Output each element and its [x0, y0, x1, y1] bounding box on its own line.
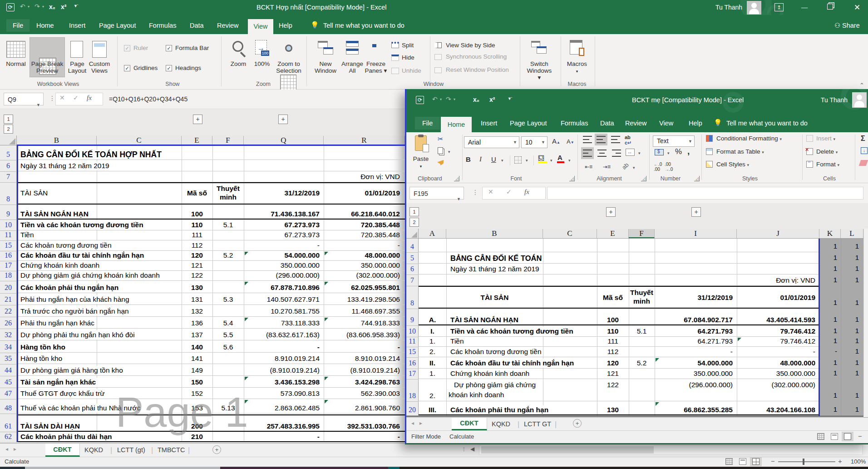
- w2-cell-K9[interactable]: 1: [819, 315, 837, 323]
- w1-outline-level-1[interactable]: 1: [4, 115, 13, 124]
- w1-cell-E45[interactable]: 150: [182, 378, 212, 387]
- w1-row-number[interactable]: 11: [0, 231, 16, 239]
- w1-col-header-Q[interactable]: Q: [244, 136, 324, 145]
- w2-cell-A17[interactable]: 1.: [419, 369, 446, 378]
- number-format-combo[interactable]: Text▼: [653, 135, 695, 147]
- w1-outline-collapse-1[interactable]: +: [193, 115, 202, 124]
- w1-cell-B35[interactable]: Hàng tồn kho: [19, 354, 64, 363]
- w2-cell-E15[interactable]: 112: [597, 347, 629, 356]
- w1-col-header-F[interactable]: F: [212, 136, 244, 145]
- w2-cell-I15[interactable]: -: [656, 347, 734, 356]
- decrease-decimal-icon[interactable]: .00→.0: [665, 162, 673, 172]
- w1-cell-B34[interactable]: Hàng tồn kho: [19, 343, 67, 352]
- w1-cell-Q10[interactable]: 67.273.973: [245, 220, 321, 230]
- w2-cell-I8[interactable]: 31/12/2019: [656, 293, 734, 302]
- w2-col-header-F[interactable]: F: [629, 229, 655, 238]
- w1-cell-Q26[interactable]: 733.118.333: [245, 319, 321, 328]
- qat-customize-icon[interactable]: ▼̄: [74, 4, 78, 8]
- headings-checkbox[interactable]: ✓: [166, 65, 172, 71]
- w2-cell-A10[interactable]: I.: [419, 327, 446, 336]
- save-icon[interactable]: ⟳: [6, 3, 15, 11]
- w1-cell-E21[interactable]: 131: [182, 295, 212, 304]
- arrange-all-button[interactable]: ArrangeAll: [340, 60, 365, 74]
- w2-cell-L5[interactable]: 1: [841, 254, 859, 261]
- w1-cell-Q20[interactable]: 67.878.710.896: [245, 283, 321, 292]
- w1-cell-Q22[interactable]: 10.270.581.755: [245, 307, 321, 316]
- w2-cell-L17[interactable]: 1: [841, 369, 859, 377]
- w1-row-number[interactable]: 44: [0, 366, 16, 374]
- w1-view-normal-icon[interactable]: [725, 458, 733, 465]
- w2-cell-E18[interactable]: 122: [597, 380, 629, 389]
- w2-cell-K5[interactable]: 1: [819, 254, 837, 261]
- w2-cell-K4[interactable]: 1: [819, 242, 837, 250]
- w2-row-number[interactable]: 6: [406, 265, 418, 273]
- w1-cell-Q11[interactable]: 67.273.973: [245, 230, 321, 239]
- undo-icon[interactable]: ↶: [20, 3, 25, 10]
- w1-cell-E34[interactable]: 140: [182, 343, 212, 352]
- w2-cell-J8[interactable]: 01/01/2019: [738, 293, 817, 302]
- page-layout-view-button[interactable]: PageLayout: [66, 60, 88, 74]
- hide-icon[interactable]: [391, 55, 399, 61]
- w2-cell-K7[interactable]: 1: [819, 276, 837, 284]
- w2-cell-J10[interactable]: 79.746.412: [738, 327, 817, 336]
- w1-cell-B15[interactable]: Các khoản tương đương tiền: [19, 241, 113, 250]
- w1-cell-E20[interactable]: 130: [182, 283, 212, 292]
- conditional-formatting-button[interactable]: Conditional Formatting ▾: [716, 135, 782, 142]
- font-color-icon[interactable]: A: [557, 154, 562, 161]
- w2-cell-E9[interactable]: 100: [597, 315, 629, 324]
- w2-cell-I20[interactable]: 66.862.355.285: [656, 405, 734, 414]
- w2-zoom-out-button[interactable]: −: [858, 432, 862, 440]
- w1-restore-button[interactable]: [827, 4, 833, 10]
- w1-row-number[interactable]: 9: [0, 210, 16, 218]
- w2-view-page-break-icon[interactable]: [842, 432, 853, 441]
- alignment-dialog-launcher[interactable]: [641, 176, 646, 181]
- w1-row-number[interactable]: 18: [0, 271, 16, 279]
- w1-cell-B9[interactable]: TÀI SẢN NGẮN HẠN: [19, 210, 90, 219]
- decrease-indent-icon[interactable]: ⇤≡: [585, 164, 592, 170]
- w2-cell-J17[interactable]: 350.000.000: [738, 369, 817, 378]
- w1-cell-E17[interactable]: 121: [182, 261, 212, 270]
- w2-tab-help[interactable]: Help: [689, 120, 702, 127]
- w1-row-number[interactable]: 35: [0, 354, 16, 363]
- w2-cell-L16[interactable]: 1: [841, 359, 859, 366]
- w1-cell-Q8[interactable]: 31/12/2019: [245, 189, 321, 198]
- w2-cell-J18[interactable]: (302.000.000): [738, 380, 817, 389]
- w2-cell-E11[interactable]: 111: [597, 337, 629, 346]
- w1-cell-E32[interactable]: 137: [182, 330, 212, 339]
- w2-cell-A9[interactable]: A.: [419, 315, 446, 324]
- select-all-corner[interactable]: [406, 229, 419, 239]
- w1-cell-B8[interactable]: TÀI SẢN: [19, 189, 49, 198]
- w2-cell-K10[interactable]: 1: [819, 327, 837, 334]
- w1-tab-view[interactable]: View: [248, 19, 273, 34]
- w1-cell-B62[interactable]: Các khoản phải thu dài hạn: [19, 432, 113, 441]
- w2-tab-view[interactable]: View: [659, 120, 673, 127]
- unhide-button[interactable]: Unhide: [402, 67, 421, 74]
- autosum-icon[interactable]: Σ: [861, 135, 865, 143]
- borders-icon[interactable]: [514, 156, 522, 164]
- w1-tab-insert[interactable]: Insert: [69, 22, 85, 29]
- w2-row-number[interactable]: 9: [406, 316, 418, 324]
- w2-outline-collapse-2[interactable]: +: [691, 207, 701, 217]
- zoom-icon[interactable]: [232, 41, 243, 52]
- w1-cell-B17[interactable]: Chứng khoán kinh doanh: [19, 261, 101, 270]
- w2-row-number[interactable]: 8: [406, 299, 418, 307]
- w1-share-button[interactable]: ⚇ Share: [834, 22, 860, 29]
- w1-cell-B22[interactable]: Trả trước cho người bán ngắn hạn: [19, 307, 130, 316]
- w1-cell-F32[interactable]: 5.5: [212, 330, 244, 339]
- w2-cell-L6[interactable]: 1: [841, 264, 859, 272]
- reset-window-position-icon[interactable]: [434, 67, 442, 73]
- w2-col-header-I[interactable]: I: [655, 229, 737, 238]
- w1-cell-B11[interactable]: Tiền: [19, 230, 35, 239]
- w1-view-page-break-icon[interactable]: [750, 457, 762, 466]
- w2-cell-B10[interactable]: Tiền và các khoản tương đương tiền: [449, 327, 575, 336]
- w1-zoom-in-button[interactable]: +: [838, 457, 842, 465]
- w2-cell-J9[interactable]: 43.405.414.593: [738, 315, 817, 324]
- increase-decimal-icon[interactable]: ←.0.00: [654, 162, 662, 172]
- w2-cell-E17[interactable]: 121: [597, 369, 629, 378]
- w1-row-number[interactable]: 5: [0, 150, 16, 159]
- w1-col-header-B[interactable]: B: [17, 136, 97, 145]
- reset-window-position-button[interactable]: Reset Window Position: [446, 66, 509, 73]
- fill-down-icon[interactable]: ↓: [861, 147, 868, 154]
- w2-cell-B18[interactable]: Dự phòng giảm giá chứng: [453, 380, 537, 389]
- w2-col-header-J[interactable]: J: [737, 229, 819, 238]
